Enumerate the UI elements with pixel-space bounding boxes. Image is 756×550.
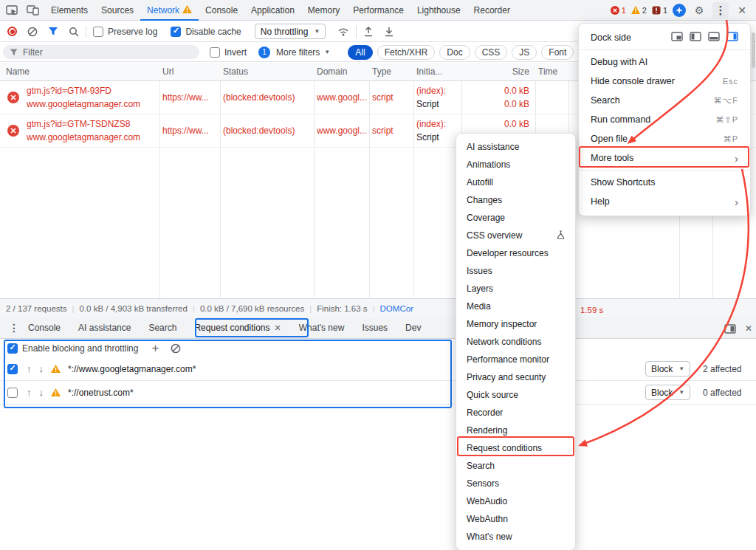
submenu-item[interactable]: Layers <box>456 280 575 298</box>
submenu-item[interactable]: Privacy and security <box>456 368 575 386</box>
move-down-icon[interactable]: ↓ <box>39 387 44 398</box>
tab-elements[interactable]: Elements <box>44 0 94 21</box>
column-header-initiator[interactable]: Initia... <box>416 66 442 77</box>
submenu-item-css-overview[interactable]: CSS overview <box>456 227 575 244</box>
menu-item-run-command[interactable]: Run command⌘⇧P <box>579 110 750 129</box>
menu-item-search[interactable]: Search⌘⌥F <box>579 91 750 110</box>
preserve-log-checkbox[interactable] <box>93 27 103 37</box>
drawer-menu-icon[interactable]: ⋮ <box>9 322 19 334</box>
menu-item-show-shortcuts[interactable]: Show Shortcuts <box>579 173 750 192</box>
record-network-log-button[interactable] <box>7 27 17 36</box>
dock-bottom-icon[interactable] <box>708 32 720 44</box>
disable-cache-label[interactable]: Disable cache <box>185 27 241 37</box>
network-conditions-icon[interactable] <box>337 27 349 36</box>
submenu-item[interactable]: AI assistance <box>456 138 575 156</box>
drawer-tab-whats-new[interactable]: What's new <box>290 317 354 339</box>
dock-left-icon[interactable] <box>690 32 701 44</box>
move-down-icon[interactable]: ↓ <box>39 363 44 374</box>
blocked-url-pattern[interactable]: *://www.googletagmanager.com* <box>68 364 196 374</box>
tab-performance[interactable]: Performance <box>346 0 410 21</box>
submenu-item[interactable]: What's new <box>456 528 575 546</box>
throttling-select[interactable]: No throttling▼ <box>255 24 326 39</box>
tab-sources[interactable]: Sources <box>94 0 140 21</box>
settings-gear-icon[interactable]: ⚙ <box>691 2 707 18</box>
submenu-item-request-conditions[interactable]: Request conditions <box>456 439 575 457</box>
drawer-tab-dev[interactable]: Dev <box>396 317 430 339</box>
error-count-badge[interactable]: 1 <box>611 6 626 15</box>
submenu-item[interactable]: WebAuthn <box>456 510 575 528</box>
drawer-tab-issues[interactable]: Issues <box>353 317 396 339</box>
chip-js[interactable]: JS <box>512 45 537 60</box>
request-initiator[interactable]: (index): <box>416 86 459 96</box>
action-select[interactable]: Block▼ <box>645 361 690 377</box>
submenu-item[interactable]: Recorder <box>456 404 575 422</box>
submenu-item[interactable]: Coverage <box>456 209 575 227</box>
device-toolbar-icon[interactable] <box>24 1 41 19</box>
undock-icon[interactable] <box>671 32 683 44</box>
issues-count-badge[interactable]: 1 <box>652 6 667 15</box>
menu-item-debug-with-ai[interactable]: Debug with AI <box>579 52 750 72</box>
scrollbar-thumb[interactable] <box>752 32 755 68</box>
submenu-item[interactable]: Animations <box>456 156 575 173</box>
blocked-url-pattern[interactable]: *://onetrust.com* <box>68 388 134 398</box>
chip-font[interactable]: Font <box>541 45 574 60</box>
menu-item-more-tools[interactable]: More tools› <box>579 148 750 168</box>
request-initiator[interactable]: (index): <box>416 119 459 129</box>
column-header-time[interactable]: Time <box>538 66 557 77</box>
search-icon[interactable] <box>69 27 79 37</box>
tab-memory[interactable]: Memory <box>301 0 346 21</box>
inspect-element-icon[interactable] <box>3 1 21 19</box>
tab-network[interactable]: Network <box>140 0 199 21</box>
chip-fetch-xhr[interactable]: Fetch/XHR <box>377 45 436 60</box>
warning-count-badge[interactable]: 2 <box>631 6 647 15</box>
submenu-item[interactable]: WebAudio <box>456 492 575 510</box>
submenu-item[interactable]: Sensors <box>456 475 575 492</box>
move-up-icon[interactable]: ↑ <box>27 387 32 398</box>
pattern-enabled-checkbox[interactable] <box>7 388 18 398</box>
close-drawer-icon[interactable]: ✕ <box>740 320 756 337</box>
submenu-item[interactable]: Autofill <box>456 173 575 191</box>
chip-all[interactable]: All <box>348 45 372 60</box>
split-panel-icon[interactable] <box>722 320 738 337</box>
menu-item-hide-console-drawer[interactable]: Hide console drawerEsc <box>579 72 750 91</box>
add-pattern-button[interactable]: + <box>151 342 159 354</box>
submenu-item[interactable]: Quick source <box>456 386 575 404</box>
drawer-tab-ai-assistance[interactable]: AI assistance <box>69 317 140 339</box>
preserve-log-label[interactable]: Preserve log <box>108 27 157 37</box>
disable-cache-checkbox[interactable] <box>171 27 181 37</box>
tab-console[interactable]: Console <box>199 0 244 21</box>
invert-label[interactable]: Invert <box>224 47 247 58</box>
drawer-tab-search[interactable]: Search <box>140 317 185 339</box>
close-devtools-icon[interactable]: ✕ <box>734 2 750 18</box>
remove-all-patterns-button[interactable] <box>171 343 181 354</box>
submenu-item[interactable]: Developer resources <box>456 244 575 262</box>
tab-application[interactable]: Application <box>244 0 301 21</box>
submenu-item[interactable]: Media <box>456 298 575 315</box>
clear-network-log-button[interactable] <box>27 27 38 37</box>
main-menu-button[interactable]: ⋮ <box>712 2 729 18</box>
column-header-size[interactable]: Size <box>461 66 529 77</box>
column-header-type[interactable]: Type <box>372 66 391 77</box>
submenu-item[interactable]: Changes <box>456 191 575 209</box>
tab-recorder[interactable]: Recorder <box>467 0 517 21</box>
menu-item-open-file[interactable]: Open file⌘P <box>579 129 750 148</box>
import-har-icon[interactable] <box>363 27 374 37</box>
menu-item-help[interactable]: Help› <box>579 192 750 211</box>
submenu-item[interactable]: Rendering <box>456 422 575 439</box>
column-header-status[interactable]: Status <box>223 66 248 77</box>
move-up-icon[interactable]: ↑ <box>27 363 32 374</box>
dock-right-icon[interactable] <box>726 32 738 44</box>
pattern-enabled-checkbox[interactable] <box>7 364 18 374</box>
submenu-item[interactable]: Network conditions <box>456 333 575 351</box>
enable-blocking-checkbox[interactable] <box>7 343 18 354</box>
action-select[interactable]: Block▼ <box>645 385 690 400</box>
more-filters-button[interactable]: More filters <box>276 47 320 58</box>
submenu-item[interactable]: Performance monitor <box>456 351 575 368</box>
submenu-item[interactable]: Memory inspector <box>456 315 575 333</box>
drawer-tab-console[interactable]: Console <box>19 317 69 339</box>
drawer-tab-request-conditions[interactable]: Request conditions ✕ <box>185 317 289 339</box>
submenu-item[interactable]: Search <box>456 457 575 475</box>
tab-lighthouse[interactable]: Lighthouse <box>410 0 467 21</box>
enable-blocking-label[interactable]: Enable blocking and throttling <box>22 343 138 354</box>
column-header-name[interactable]: Name <box>6 66 30 77</box>
